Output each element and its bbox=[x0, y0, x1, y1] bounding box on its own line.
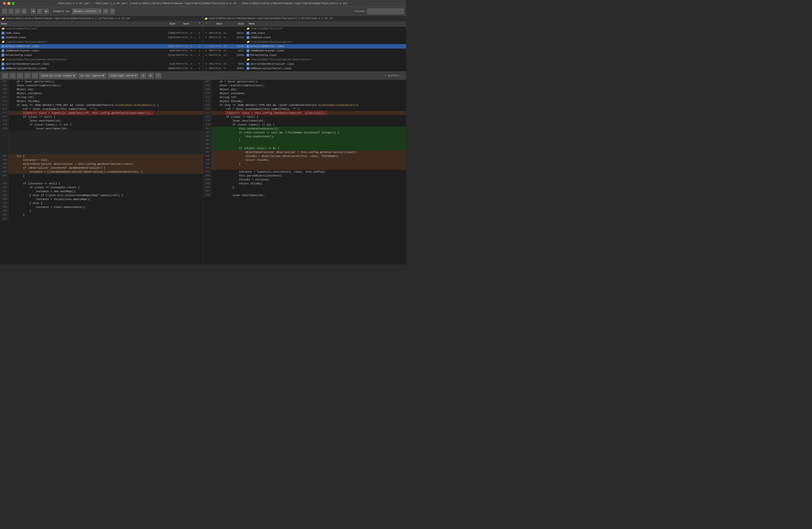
code-line: 283 instance = null; bbox=[0, 158, 203, 162]
code-line: 292 instance = TypeUtils.cast(object, cl… bbox=[203, 170, 406, 174]
help-button[interactable]: ? bbox=[110, 9, 115, 14]
folder-icon: 📁 bbox=[246, 58, 250, 61]
list-item[interactable]: ≠ 2022/4/14, 12... 24680 P ParserConfig.… bbox=[203, 53, 406, 57]
code-line: 294 } else { bbox=[0, 201, 203, 205]
code-line: 277 if (clazz != null) { bbox=[0, 115, 203, 119]
compare-dropdown[interactable]: Binary Content bbox=[72, 9, 102, 14]
right-diff-pane[interactable]: 267 ch = lexer.getCurrent(); 268 lexer.r… bbox=[203, 80, 406, 264]
list-item[interactable]: A ASMDeserializerFactory.class 36940 202… bbox=[0, 66, 203, 71]
list-item[interactable]: 📁 /com/alibaba/fastjson/parser/ bbox=[0, 40, 203, 44]
list-item[interactable]: A AbstractDateDeserializer.class 5142 20… bbox=[0, 62, 203, 66]
class-icon: D bbox=[246, 45, 250, 48]
viewer-dropdown[interactable]: Side-by-side viewer ▼ bbox=[40, 73, 77, 78]
code-line: 293 instance = Collections.emptyMap(); bbox=[0, 197, 203, 201]
code-line: 285 bbox=[203, 142, 406, 146]
list-item[interactable]: ≠ 2022/4/14, 12... 6332 J JSONReaderScan… bbox=[203, 48, 406, 53]
maximize-button[interactable] bbox=[12, 2, 15, 5]
nav-next-button[interactable]: ↓ bbox=[9, 9, 14, 14]
code-line bbox=[0, 146, 203, 150]
code-line: 273 if (key == JSON.DEFAULT_TYPE_KEY && … bbox=[203, 103, 406, 107]
col-name-right: Name bbox=[244, 23, 405, 25]
class-icon: J bbox=[246, 31, 250, 35]
code-line: 298 bbox=[0, 217, 203, 221]
help-diff-button[interactable]: ? bbox=[155, 73, 161, 78]
nav-prev-button[interactable]: ↑ bbox=[2, 9, 7, 14]
list-item[interactable]: 📁 /com/alibaba/fastjson/parser/ bbox=[203, 40, 406, 44]
class-icon: A bbox=[246, 67, 250, 70]
code-line bbox=[0, 142, 203, 146]
layout-button[interactable]: ⊞ bbox=[148, 73, 154, 78]
highlight-dropdown[interactable]: Highlight words ▼ bbox=[108, 73, 139, 78]
left-file-list: Name Size Date * 📁 /com/alibaba/fastjson… bbox=[0, 22, 203, 71]
list-item[interactable]: ≠ 2022/4/14, 12... 28121 J JSON.class bbox=[203, 31, 406, 35]
close-button[interactable] bbox=[3, 2, 6, 5]
left-diff-content: 267 ch = lexer.getCurrent(); 268 lexer.r… bbox=[0, 80, 203, 264]
toggle-right-button[interactable]: ▶ bbox=[44, 9, 49, 14]
code-line: 267 ch = lexer.getCurrent(); bbox=[203, 80, 406, 84]
nav-back-button[interactable]: ← bbox=[25, 73, 31, 78]
col-date-left: Date bbox=[175, 23, 198, 25]
edit-diff-button[interactable]: ✏ bbox=[17, 73, 23, 78]
nav-prev-diff-button[interactable]: ↑ bbox=[2, 73, 8, 78]
toggle-left-button[interactable]: ◀ bbox=[31, 9, 36, 14]
refresh-button[interactable]: ↻ bbox=[21, 9, 27, 14]
code-line: 282 try { bbox=[0, 154, 203, 158]
list-item[interactable]: ≠ 2022/4/14, 12... 36955 A ASMDeserializ… bbox=[203, 66, 406, 71]
class-icon: J bbox=[246, 49, 250, 53]
list-item[interactable]: ≠ 2022/4/14, 12... 27719 J JavaBeanDeser… bbox=[203, 71, 406, 71]
list-item[interactable]: ≠ 2022/4/14, 12... 22416 J JSONPath.clas… bbox=[203, 35, 406, 40]
ignore-dropdown[interactable]: Do not ignore ▼ bbox=[78, 73, 106, 78]
left-diff-pane[interactable]: 267 ch = lexer.getCurrent(); 268 lexer.r… bbox=[0, 80, 203, 264]
code-line: 272 Object thisObj; bbox=[203, 99, 406, 103]
list-item[interactable]: J JSONPath.class 22415 2022/4/12, 4:... … bbox=[0, 35, 203, 40]
code-line: 280 lexer.nextToken(16); bbox=[0, 127, 203, 131]
code-line: 286 instance = ((JavaBeanDeserializer)de… bbox=[0, 170, 203, 174]
right-file-rows: 📁 /com/alibaba/fastjson/ ≠ 2022/4/14, 12… bbox=[203, 27, 406, 71]
code-line: 274 ref = lexer.scanSymbol(this.symbolTa… bbox=[0, 107, 203, 111]
toggle-eq-button[interactable]: = bbox=[37, 9, 42, 14]
filter-input[interactable] bbox=[367, 9, 404, 14]
nav-next-diff-button[interactable]: ↓ bbox=[10, 73, 16, 78]
compare-value: Binary Content bbox=[74, 10, 97, 13]
compare-label: Compare by: bbox=[53, 10, 71, 13]
code-line: 297 } bbox=[0, 213, 203, 217]
edit-button[interactable]: ✏ bbox=[15, 9, 20, 14]
code-line: 269 Object obj; bbox=[0, 87, 203, 91]
sync-button[interactable]: ⇄ bbox=[103, 9, 108, 14]
list-item[interactable]: 📁 /com/alibaba/fastjson/ bbox=[0, 27, 203, 31]
col-mark-right: * bbox=[204, 23, 208, 25]
list-item[interactable]: ≠ 2022/4/14, 12... 32566 D DefaultJSONPa… bbox=[203, 44, 406, 48]
list-item[interactable]: J JSON.class 27869 2022/4/12, 4:... ≠ bbox=[0, 31, 203, 35]
code-line: 282 if (this.context != null && !(fieldN… bbox=[203, 131, 406, 134]
list-item[interactable]: 📁 /com/alibaba/fastjson/parser/deseriali… bbox=[0, 57, 203, 62]
titlebar: fastjson-1.2.24.jar! - fastjson-1.2.25.j… bbox=[0, 0, 406, 7]
class-icon: J bbox=[1, 54, 5, 57]
toolbar-separator-1 bbox=[28, 9, 29, 14]
list-item[interactable]: 📁 /com/alibaba/fastjson/ bbox=[203, 27, 406, 31]
list-item[interactable]: J DefaultJSONParser.class 32632 2022/4/1… bbox=[0, 44, 203, 48]
list-item[interactable]: J JSONReaderScanner.class 6328 2022/4/12… bbox=[0, 48, 203, 53]
list-item[interactable]: J JavaBeanDeserializer.class 27674 2022/… bbox=[0, 71, 203, 71]
code-line: 279 if (lexer.token() == 13) { bbox=[0, 123, 203, 127]
minimize-button[interactable] bbox=[8, 2, 10, 5]
code-line: 290 if (clazz == Cloneable.class) { bbox=[0, 186, 203, 189]
list-item[interactable]: J ParserConfig.class 21322 2022/4/12, 4:… bbox=[0, 53, 203, 57]
list-item[interactable]: ≠ 2022/4/14, 12... 5035 A AbstractDateDe… bbox=[203, 62, 406, 66]
class-icon: J bbox=[1, 45, 5, 48]
list-item[interactable]: 📁 /com/alibaba/fastjson/parser/deseriali… bbox=[203, 57, 406, 62]
highlight-label: Highlight words bbox=[110, 74, 134, 77]
nav-forward-button[interactable]: → bbox=[32, 73, 38, 78]
code-line bbox=[0, 131, 203, 134]
right-path-text: /Users/akka/Library/Maven3/maven-repo/co… bbox=[208, 17, 333, 20]
traffic-lights bbox=[3, 2, 15, 5]
left-path: 📁 /Users/akka/Library/Maven3/maven-repo/… bbox=[0, 16, 203, 21]
class-icon: A bbox=[1, 62, 5, 66]
code-line: 268 lexer.resetStringPosition(); bbox=[0, 84, 203, 87]
code-line bbox=[0, 134, 203, 139]
code-line: 295 instance = clazz.newInstance(); bbox=[0, 205, 203, 209]
class-icon: J bbox=[1, 31, 5, 35]
code-line: 272 Object thisObj; bbox=[0, 99, 203, 103]
code-line: 286 if (object.size() <= 0) { bbox=[203, 146, 406, 150]
right-code-lines: 267 ch = lexer.getCurrent(); 268 lexer.r… bbox=[203, 80, 406, 197]
settings-button[interactable]: ⚙ bbox=[140, 73, 146, 78]
